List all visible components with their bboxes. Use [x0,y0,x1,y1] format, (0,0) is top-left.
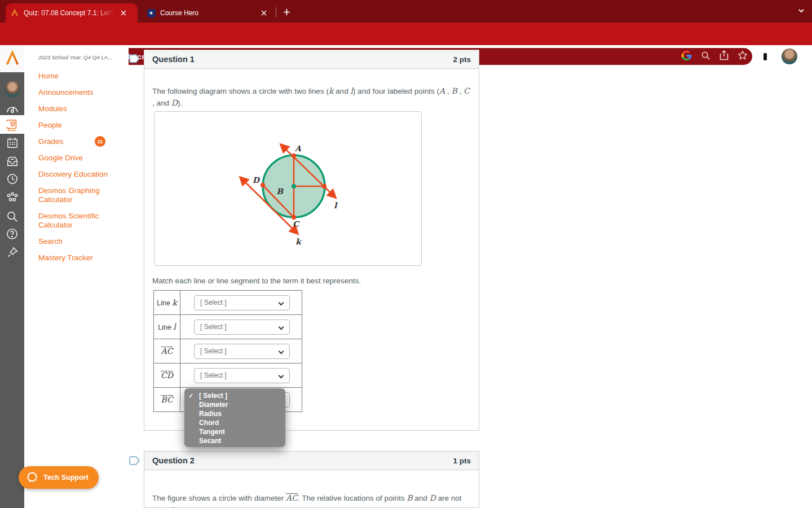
label-a: A [294,144,302,153]
question-1-flag-icon[interactable] [129,54,140,64]
point-d [261,183,265,187]
sidebar-item-desmos-scientific[interactable]: Desmos Scientific Calculator [38,212,123,230]
question-1-card: Question 1 2 pts The following diagram s… [144,50,479,431]
row-label-line-k: Line k [154,291,180,315]
course-hero-favicon: ★ [147,8,156,17]
sidebar-item-desmos-graphing[interactable]: Desmos Graphing Calculator [38,186,123,204]
browser-menu-icon[interactable] [805,51,807,62]
tab-search-chevron-icon[interactable] [797,7,805,17]
bookmark-star-icon[interactable] [738,50,748,63]
courses-icon[interactable] [0,115,24,134]
menu-item-chord[interactable]: Chord [184,418,285,427]
question-points: 1 pts [453,457,471,465]
select-line-l[interactable]: [ Select ] [194,319,290,335]
global-nav-strip [0,45,24,508]
label-k: k [295,237,302,246]
inbox-icon[interactable] [0,154,24,168]
label-b: B [276,187,284,196]
question-title: Question 2 [152,456,195,465]
close-icon[interactable] [119,8,128,17]
sidebar-item-discovery-education[interactable]: Discovery Education [38,170,123,179]
tab-quiz[interactable]: Quiz: 07.08 Concept 7.1: Let's [6,3,138,23]
grades-label: Grades [38,137,63,146]
question-title: Question 1 [152,55,195,64]
label-c: C [293,220,300,229]
menu-item-secant[interactable]: Secant [184,436,285,445]
dashboard-icon[interactable] [0,102,24,116]
chevron-down-icon [279,373,284,378]
tech-support-button[interactable]: Tech Support [19,466,99,489]
calendar-icon[interactable] [0,135,24,150]
course-term-title: 2023 School Year: Q4-Q4 LA... [38,54,129,60]
chevron-down-icon [279,300,284,305]
chat-bubble-icon [25,471,39,484]
open-select-menu: ✓[ Select ] Diameter Radius Chord Tangen… [184,388,285,447]
table-row: Line l [ Select ] [154,315,302,339]
table-row: Line k [ Select ] [154,291,302,315]
tab-course-hero[interactable]: ★ Course Hero [142,3,273,23]
row-label-line-l: Line l [154,315,180,339]
label-d: D [253,176,261,185]
close-icon[interactable] [259,8,268,17]
sidebar-item-grades[interactable]: Grades 31 [38,137,123,146]
sidebar-item-home[interactable]: Home [38,72,123,81]
tab-title: Quiz: 07.08 Concept 7.1: Let's [24,9,114,17]
row-label-segment-ac: AC [154,339,180,364]
menu-item-tangent[interactable]: Tangent [184,427,285,436]
course-navigation: 2023 School Year: Q4-Q4 LA... Home Annou… [24,45,129,508]
question-points: 2 pts [453,55,471,64]
select-segment-cd[interactable]: [ Select ] [194,368,290,383]
achieve-logo-favicon [10,8,19,17]
browser-tab-strip: Quiz: 07.08 Concept 7.1: Let's ★ Course … [0,0,812,23]
side-panel-icon[interactable] [762,52,774,62]
table-row: AC [ Select ] [154,339,302,364]
sidebar-item-mastery-tracker[interactable]: Mastery Tracker [38,253,123,262]
tab-title: Course Hero [160,9,255,17]
question-1-text: The following diagram shows a circle wit… [152,85,471,109]
sidebar-item-modules[interactable]: Modules [38,104,123,113]
sidebar-item-google-drive[interactable]: Google Drive [38,154,123,163]
grades-count-badge: 31 [95,136,105,147]
point-c [292,215,296,220]
sidebar-item-people[interactable]: People [38,121,123,130]
profile-avatar[interactable] [782,49,797,64]
question-2-text: The figure shows a circle with diameter … [152,492,468,508]
match-prompt: Match each line or line segment to the t… [152,275,361,287]
point-l-intersection [322,184,326,189]
new-tab-button[interactable] [281,6,292,17]
chevron-down-icon [279,324,284,330]
user-avatar[interactable] [0,81,24,98]
question-2-card: Question 2 1 pts The figure shows a circ… [144,451,479,508]
zoom-search-icon[interactable] [701,51,710,63]
school-logo[interactable] [0,45,24,72]
sidebar-item-search[interactable]: Search [38,237,123,246]
browser-toolbar: springfieldpublicschools.instructure.com… [0,23,812,45]
chevron-down-icon [279,348,284,354]
point-b-center [292,184,296,189]
question-2-flag-icon[interactable] [129,456,140,466]
select-segment-ac[interactable]: [ Select ] [194,344,290,359]
share-icon[interactable] [720,50,729,63]
check-icon: ✓ [188,391,193,400]
tech-support-label: Tech Support [43,474,89,481]
help-icon[interactable] [0,226,24,241]
menu-item-select[interactable]: ✓[ Select ] [184,391,285,400]
google-g-icon[interactable] [681,50,692,63]
point-a [292,154,296,158]
question-2-header: Question 2 1 pts [144,452,479,470]
select-line-k[interactable]: [ Select ] [194,295,290,310]
circle-diagram: A B C D l k [154,111,422,266]
menu-item-radius[interactable]: Radius [184,409,285,418]
menu-item-diameter[interactable]: Diameter [184,400,285,409]
sidebar-item-announcements[interactable]: Announcements [38,88,123,97]
row-label-segment-cd: CD [154,364,180,388]
label-l: l [334,201,338,210]
pin-icon[interactable] [0,245,24,260]
table-row: CD [ Select ] [154,364,302,388]
history-clock-icon[interactable] [0,172,24,186]
commons-icon[interactable] [0,190,24,205]
row-label-segment-bc: BC [154,388,180,412]
question-1-header: Question 1 2 pts [144,50,479,69]
search-icon[interactable] [0,209,24,224]
tab-separator [276,7,276,17]
